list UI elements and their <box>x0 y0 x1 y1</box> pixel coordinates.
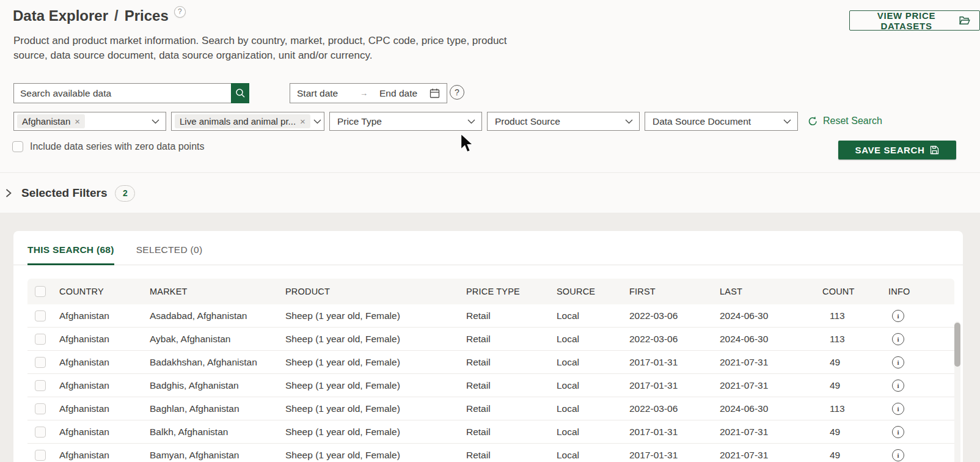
column-header-last[interactable]: LAST <box>720 287 822 296</box>
reset-search-link[interactable]: Reset Search <box>808 116 882 127</box>
info-icon[interactable]: i <box>892 426 904 438</box>
column-header-count[interactable]: COUNT <box>822 287 880 296</box>
product-chip-label: Live animals and animal pr... <box>180 116 296 127</box>
date-range-field[interactable]: Start date → End date <box>290 83 447 103</box>
search-button[interactable] <box>231 83 249 103</box>
search-icon <box>235 88 246 98</box>
cell-last: 2021-07-31 <box>720 380 822 391</box>
column-header-first[interactable]: FIRST <box>629 287 720 296</box>
chevron-down-icon <box>783 119 791 124</box>
info-icon[interactable]: i <box>892 380 904 392</box>
end-date-field[interactable]: End date <box>379 88 430 99</box>
cell-count: 49 <box>822 357 880 368</box>
cell-country: Afghanistan <box>59 450 150 461</box>
country-filter-chip: Afghanistan × <box>17 114 85 128</box>
cell-source: Local <box>557 310 629 321</box>
select-all-checkbox[interactable] <box>35 286 46 297</box>
cell-price-type: Retail <box>466 357 557 368</box>
chevron-right-icon[interactable] <box>5 188 12 198</box>
cell-price-type: Retail <box>466 334 557 345</box>
row-checkbox[interactable] <box>35 357 46 368</box>
cell-product: Sheep (1 year old, Female) <box>285 334 466 345</box>
column-header-market[interactable]: MARKET <box>150 287 285 296</box>
results-table: COUNTRY MARKET PRODUCT PRICE TYPE SOURCE… <box>27 279 954 462</box>
column-header-product[interactable]: PRODUCT <box>285 287 466 296</box>
table-row[interactable]: Afghanistan Asadabad, Afghanistan Sheep … <box>27 304 954 328</box>
cell-first: 2017-01-31 <box>629 450 720 461</box>
view-price-datasets-button[interactable]: VIEW PRICE DATASETS <box>849 10 980 31</box>
cell-source: Local <box>557 380 629 391</box>
product-chip-remove-icon[interactable]: × <box>300 116 305 127</box>
data-source-document-dropdown-label: Data Source Document <box>653 116 751 127</box>
calendar-icon[interactable] <box>430 88 440 98</box>
search-input[interactable] <box>13 83 231 103</box>
table-row[interactable]: Afghanistan Balkh, Afghanistan Sheep (1 … <box>27 420 954 444</box>
column-header-source[interactable]: SOURCE <box>557 287 629 296</box>
row-checkbox[interactable] <box>35 450 46 461</box>
tab-this-search[interactable]: THIS SEARCH (68) <box>27 244 114 265</box>
cell-market: Aybak, Afghanistan <box>150 334 285 345</box>
product-filter-dropdown[interactable]: Live animals and animal pr... × <box>171 112 324 131</box>
cell-country: Afghanistan <box>59 334 150 345</box>
cell-market: Baghlan, Afghanistan <box>150 403 285 414</box>
data-explorer-page: Data Explorer / Prices ? VIEW PRICE DATA… <box>0 0 980 462</box>
cell-source: Local <box>557 427 629 438</box>
table-scrollbar-track[interactable] <box>954 321 960 462</box>
country-chip-remove-icon[interactable]: × <box>75 116 80 127</box>
chevron-down-icon <box>467 119 475 124</box>
breadcrumb-separator: / <box>114 7 119 24</box>
info-icon[interactable]: i <box>892 403 904 415</box>
info-icon[interactable]: i <box>892 333 904 345</box>
page-description: Product and product market information. … <box>13 34 536 63</box>
product-source-dropdown-label: Product Source <box>495 116 560 127</box>
row-checkbox[interactable] <box>35 380 46 391</box>
table-row[interactable]: Afghanistan Badakhshan, Afghanistan Shee… <box>27 351 954 374</box>
cell-product: Sheep (1 year old, Female) <box>285 380 466 391</box>
data-source-document-dropdown[interactable]: Data Source Document <box>645 112 798 131</box>
cell-count: 49 <box>822 427 880 438</box>
country-filter-dropdown[interactable]: Afghanistan × <box>13 112 166 131</box>
product-source-dropdown[interactable]: Product Source <box>487 112 640 131</box>
table-scrollbar-thumb[interactable] <box>954 323 960 367</box>
date-help-icon[interactable]: ? <box>450 85 464 100</box>
table-row[interactable]: Afghanistan Bamyan, Afghanistan Sheep (1… <box>27 444 954 462</box>
chevron-down-icon <box>313 119 321 124</box>
row-checkbox[interactable] <box>35 310 46 321</box>
table-row[interactable]: Afghanistan Aybak, Afghanistan Sheep (1 … <box>27 328 954 351</box>
info-icon[interactable]: i <box>892 310 904 322</box>
refresh-icon <box>808 116 818 127</box>
info-icon[interactable]: i <box>892 449 904 461</box>
column-header-country[interactable]: COUNTRY <box>59 287 150 296</box>
column-header-price-type[interactable]: PRICE TYPE <box>466 287 557 296</box>
row-checkbox[interactable] <box>35 427 46 438</box>
row-checkbox[interactable] <box>35 334 46 345</box>
cell-count: 113 <box>822 334 880 345</box>
include-zero-checkbox[interactable] <box>12 141 23 152</box>
tab-selected[interactable]: SELECTED (0) <box>136 244 203 265</box>
price-type-dropdown[interactable]: Price Type <box>329 112 482 131</box>
breadcrumb-data-explorer[interactable]: Data Explorer <box>13 7 108 24</box>
product-filter-chip: Live animals and animal pr... × <box>175 114 310 128</box>
results-band: THIS SEARCH (68) SELECTED (0) COUNTRY MA… <box>0 213 980 462</box>
cell-market: Badakhshan, Afghanistan <box>150 357 285 368</box>
table-row[interactable]: Afghanistan Baghlan, Afghanistan Sheep (… <box>27 397 954 420</box>
start-date-field[interactable]: Start date <box>297 88 360 99</box>
selected-filters-label[interactable]: Selected Filters <box>21 186 107 200</box>
cell-country: Afghanistan <box>59 403 150 414</box>
cell-last: 2021-07-31 <box>720 427 822 438</box>
page-help-icon[interactable]: ? <box>174 6 186 18</box>
row-checkbox[interactable] <box>35 403 46 414</box>
column-header-info[interactable]: INFO <box>880 287 954 296</box>
cell-source: Local <box>557 334 629 345</box>
cell-price-type: Retail <box>466 450 557 461</box>
cell-product: Sheep (1 year old, Female) <box>285 450 466 461</box>
cell-first: 2022-03-06 <box>629 310 720 321</box>
cell-last: 2024-06-30 <box>720 310 822 321</box>
save-search-button[interactable]: SAVE SEARCH <box>838 141 956 160</box>
cell-price-type: Retail <box>466 403 557 414</box>
cell-market: Asadabad, Afghanistan <box>150 310 285 321</box>
info-icon[interactable]: i <box>892 356 904 369</box>
cell-country: Afghanistan <box>59 357 150 368</box>
table-row[interactable]: Afghanistan Badghis, Afghanistan Sheep (… <box>27 374 954 397</box>
cell-first: 2017-01-31 <box>629 427 720 438</box>
